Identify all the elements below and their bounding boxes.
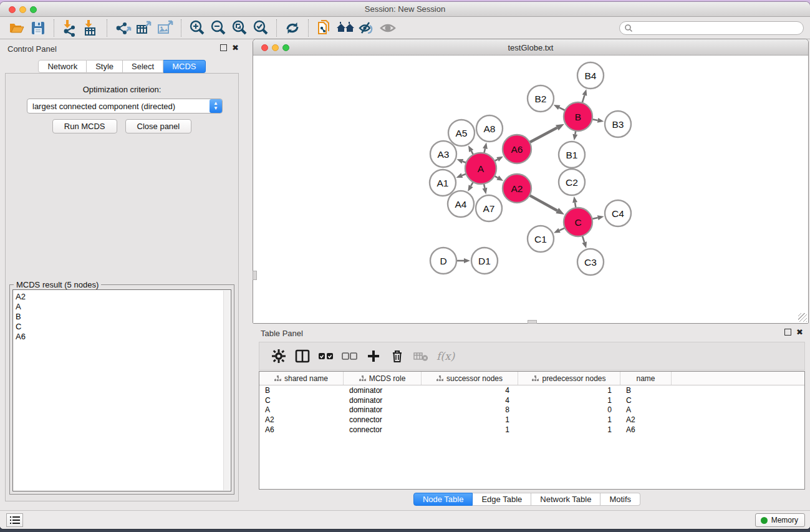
graph-node-D[interactable]: D [430,248,456,274]
graph-node-A5[interactable]: A5 [448,120,475,146]
export-image-icon[interactable] [155,19,176,37]
tab-select[interactable]: Select [123,60,163,73]
table-cell[interactable]: connector [344,415,422,424]
table-cell[interactable]: A2 [620,415,672,424]
tab-network-table[interactable]: Network Table [531,493,600,506]
graph-node-A2[interactable]: A2 [503,174,531,203]
function-builder-icon[interactable]: f(x) [436,350,455,362]
tab-node-table[interactable]: Node Table [413,493,473,506]
network-window-titlebar[interactable]: testGlobe.txt [253,39,808,56]
graph-node-A7[interactable]: A7 [476,195,502,221]
table-row[interactable]: Bdominator41B [259,385,804,395]
float-panel-icon[interactable] [220,44,227,51]
graph-node-C4[interactable]: C4 [605,200,631,226]
memory-button[interactable]: Memory [755,513,805,527]
graph-node-C3[interactable]: C3 [577,249,604,275]
table-settings-gear-icon[interactable] [267,345,291,367]
table-cell[interactable]: 1 [518,425,620,434]
tab-motifs[interactable]: Motifs [600,493,640,506]
table-cell[interactable]: A6 [259,425,344,434]
float-table-panel-icon[interactable] [784,329,791,336]
tab-edge-table[interactable]: Edge Table [473,493,531,506]
show-graphics-details-icon[interactable] [377,19,398,37]
search-input[interactable] [633,24,789,32]
export-table-icon[interactable] [133,19,155,37]
graph-node-B2[interactable]: B2 [528,85,554,112]
table-cell[interactable]: 1 [518,386,620,395]
tab-mcds[interactable]: MCDS [163,60,205,73]
add-column-icon[interactable] [362,345,385,367]
table-cell[interactable]: dominator [344,405,422,414]
splitter-handle-icon[interactable] [253,271,257,280]
import-network-icon[interactable] [59,19,80,37]
import-table-icon[interactable] [80,19,102,37]
graph-node-C2[interactable]: C2 [559,169,585,195]
save-session-icon[interactable] [27,19,49,37]
column-header-shared-name[interactable]: shared name [259,372,344,385]
show-columns-icon[interactable] [291,345,314,367]
table-cell[interactable]: dominator [344,386,422,395]
table-row[interactable]: A2connector11A2 [259,415,804,425]
home-views-icon[interactable] [335,19,356,37]
close-table-panel-icon[interactable]: ✖ [796,329,803,336]
mcds-result-list[interactable]: A2ABCA6 [12,289,231,491]
zoom-in-icon[interactable] [186,19,208,37]
graph-node-D1[interactable]: D1 [471,248,498,274]
close-panel-button[interactable]: Close panel [125,119,192,133]
graph-edge-C-C3[interactable] [582,236,584,243]
column-header-predecessor-nodes[interactable]: predecessor nodes [518,372,620,385]
graph-node-C1[interactable]: C1 [528,226,554,252]
graph-node-A6[interactable]: A6 [503,135,531,163]
tab-network[interactable]: Network [38,60,87,73]
column-header-name[interactable]: name [620,372,672,385]
table-cell[interactable]: A [620,405,672,414]
graph-edge-B-B2[interactable] [559,107,566,110]
result-list-scrollbar[interactable] [223,291,230,490]
table-cell[interactable]: 4 [422,386,518,395]
close-panel-icon[interactable]: ✖ [232,44,239,51]
graph-edge-C-C2[interactable] [575,203,576,208]
mcds-result-item[interactable]: B [16,312,231,322]
table-cell[interactable]: A6 [620,425,672,434]
graph-node-A1[interactable]: A1 [430,170,456,196]
search-field[interactable] [619,21,804,35]
table-cell[interactable]: 1 [518,396,620,405]
mcds-result-item[interactable]: C [16,322,231,332]
graph-node-A3[interactable]: A3 [430,141,456,167]
tab-style[interactable]: Style [87,60,123,73]
graph-node-B3[interactable]: B3 [605,111,631,137]
table-cell[interactable]: A2 [259,415,344,424]
table-cell[interactable]: connector [344,425,422,434]
mcds-result-item[interactable]: A2 [16,292,231,302]
table-cell[interactable]: C [620,396,672,405]
graph-node-B[interactable]: B [564,102,592,131]
table-cell[interactable]: B [620,386,672,395]
table-cell[interactable]: 1 [422,415,518,424]
open-session-icon[interactable] [6,19,27,37]
graph-node-C[interactable]: C [564,208,592,236]
zoom-selected-icon[interactable] [250,19,271,37]
table-row[interactable]: Adominator80A [259,405,804,415]
optimization-criterion-dropdown[interactable]: largest connected component (directed) ▲… [27,99,223,114]
graph-edge-A6-B[interactable] [529,128,557,142]
column-header-successor-nodes[interactable]: successor nodes [422,372,518,385]
zoom-fit-icon[interactable] [229,19,250,37]
refresh-layout-icon[interactable] [282,19,303,37]
graph-node-B1[interactable]: B1 [559,142,585,168]
table-row[interactable]: A6connector11A6 [259,425,804,435]
graph-node-B4[interactable]: B4 [577,62,604,89]
mcds-result-item[interactable]: A [16,302,231,312]
first-neighbors-icon[interactable] [314,19,335,37]
graph-edge-C-C4[interactable] [592,218,597,219]
table-cell[interactable]: dominator [344,396,422,405]
graph-node-A8[interactable]: A8 [476,115,503,142]
resize-grip-icon[interactable] [798,313,807,322]
run-mcds-button[interactable]: Run MCDS [52,119,117,133]
mcds-result-item[interactable]: A6 [16,332,231,342]
table-cell[interactable]: A [259,405,344,414]
table-cell[interactable]: 4 [422,396,518,405]
graph-node-A4[interactable]: A4 [448,191,474,217]
delete-column-icon[interactable] [385,345,409,367]
hide-graphics-details-icon[interactable] [356,19,377,37]
graph-edge-C-C1[interactable] [559,228,565,230]
